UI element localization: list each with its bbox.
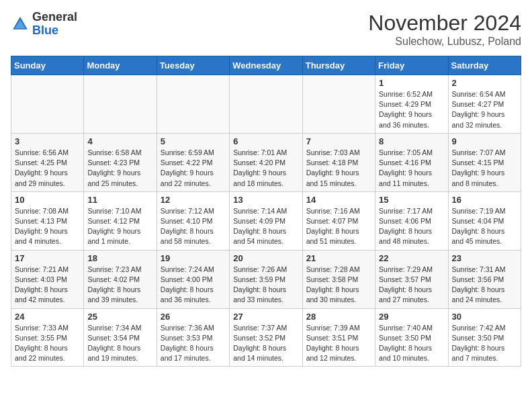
calendar-cell: 13Sunrise: 7:14 AM Sunset: 4:09 PM Dayli… — [230, 191, 302, 250]
day-info: Sunrise: 7:42 AM Sunset: 3:50 PM Dayligh… — [452, 323, 517, 364]
day-number: 2 — [452, 78, 517, 88]
calendar-cell: 11Sunrise: 7:10 AM Sunset: 4:12 PM Dayli… — [84, 191, 157, 250]
calendar-week-3: 10Sunrise: 7:08 AM Sunset: 4:13 PM Dayli… — [11, 191, 521, 250]
day-number: 28 — [306, 312, 371, 322]
day-header-wednesday: Wednesday — [230, 56, 302, 75]
day-info: Sunrise: 7:40 AM Sunset: 3:50 PM Dayligh… — [379, 323, 444, 364]
calendar-cell: 16Sunrise: 7:19 AM Sunset: 4:04 PM Dayli… — [448, 191, 521, 250]
calendar-cell: 21Sunrise: 7:28 AM Sunset: 3:58 PM Dayli… — [302, 250, 375, 308]
day-number: 26 — [161, 312, 226, 322]
day-info: Sunrise: 6:59 AM Sunset: 4:22 PM Dayligh… — [161, 148, 226, 189]
calendar-cell: 1Sunrise: 6:52 AM Sunset: 4:29 PM Daylig… — [375, 75, 448, 134]
day-number: 9 — [452, 136, 517, 146]
calendar-week-1: 1Sunrise: 6:52 AM Sunset: 4:29 PM Daylig… — [11, 75, 521, 134]
day-number: 19 — [161, 253, 226, 263]
calendar-week-2: 3Sunrise: 6:56 AM Sunset: 4:25 PM Daylig… — [11, 133, 521, 191]
calendar-cell: 19Sunrise: 7:24 AM Sunset: 4:00 PM Dayli… — [157, 250, 229, 308]
day-info: Sunrise: 7:29 AM Sunset: 3:57 PM Dayligh… — [379, 265, 444, 306]
day-number: 5 — [161, 136, 226, 146]
day-header-thursday: Thursday — [302, 56, 375, 75]
calendar-cell: 22Sunrise: 7:29 AM Sunset: 3:57 PM Dayli… — [375, 250, 448, 308]
day-number: 18 — [87, 253, 152, 263]
day-info: Sunrise: 7:08 AM Sunset: 4:13 PM Dayligh… — [15, 206, 80, 247]
day-info: Sunrise: 7:34 AM Sunset: 3:54 PM Dayligh… — [87, 323, 152, 364]
calendar-cell: 8Sunrise: 7:05 AM Sunset: 4:16 PM Daylig… — [375, 133, 448, 191]
day-info: Sunrise: 7:31 AM Sunset: 3:56 PM Dayligh… — [452, 265, 517, 306]
calendar-cell: 7Sunrise: 7:03 AM Sunset: 4:18 PM Daylig… — [302, 133, 375, 191]
day-header-monday: Monday — [84, 56, 157, 75]
page-header: General Blue November 2024 Sulechow, Lub… — [11, 11, 521, 48]
day-number: 6 — [233, 136, 298, 146]
day-info: Sunrise: 7:03 AM Sunset: 4:18 PM Dayligh… — [306, 148, 371, 189]
day-info: Sunrise: 7:26 AM Sunset: 3:59 PM Dayligh… — [233, 265, 298, 306]
calendar-header-row: SundayMondayTuesdayWednesdayThursdayFrid… — [11, 56, 521, 75]
calendar-cell: 17Sunrise: 7:21 AM Sunset: 4:03 PM Dayli… — [11, 250, 84, 308]
day-info: Sunrise: 7:16 AM Sunset: 4:07 PM Dayligh… — [306, 206, 371, 247]
logo-general: General — [32, 10, 77, 24]
calendar-cell: 14Sunrise: 7:16 AM Sunset: 4:07 PM Dayli… — [302, 191, 375, 250]
calendar-cell: 26Sunrise: 7:36 AM Sunset: 3:53 PM Dayli… — [157, 308, 229, 367]
day-info: Sunrise: 6:58 AM Sunset: 4:23 PM Dayligh… — [87, 148, 152, 189]
calendar-cell — [157, 75, 229, 134]
day-header-saturday: Saturday — [448, 56, 521, 75]
day-number: 25 — [87, 312, 152, 322]
day-number: 12 — [161, 195, 226, 205]
logo-text: General Blue — [32, 11, 77, 38]
calendar-cell: 20Sunrise: 7:26 AM Sunset: 3:59 PM Dayli… — [230, 250, 302, 308]
day-header-tuesday: Tuesday — [157, 56, 229, 75]
day-number: 14 — [306, 195, 371, 205]
day-info: Sunrise: 7:01 AM Sunset: 4:20 PM Dayligh… — [233, 148, 298, 189]
day-info: Sunrise: 7:36 AM Sunset: 3:53 PM Dayligh… — [161, 323, 226, 364]
logo-icon — [11, 15, 30, 34]
day-number: 16 — [452, 195, 517, 205]
calendar-week-5: 24Sunrise: 7:33 AM Sunset: 3:55 PM Dayli… — [11, 308, 521, 367]
day-info: Sunrise: 7:19 AM Sunset: 4:04 PM Dayligh… — [452, 206, 517, 247]
logo: General Blue — [11, 11, 77, 38]
calendar-cell: 12Sunrise: 7:12 AM Sunset: 4:10 PM Dayli… — [157, 191, 229, 250]
day-number: 30 — [452, 312, 517, 322]
day-info: Sunrise: 6:56 AM Sunset: 4:25 PM Dayligh… — [15, 148, 80, 189]
calendar-cell: 4Sunrise: 6:58 AM Sunset: 4:23 PM Daylig… — [84, 133, 157, 191]
day-info: Sunrise: 6:54 AM Sunset: 4:27 PM Dayligh… — [452, 89, 517, 130]
calendar-cell: 6Sunrise: 7:01 AM Sunset: 4:20 PM Daylig… — [230, 133, 302, 191]
day-number: 4 — [87, 136, 152, 146]
calendar-cell: 15Sunrise: 7:17 AM Sunset: 4:06 PM Dayli… — [375, 191, 448, 250]
location-subtitle: Sulechow, Lubusz, Poland — [368, 36, 521, 48]
day-number: 20 — [233, 253, 298, 263]
day-header-sunday: Sunday — [11, 56, 84, 75]
day-info: Sunrise: 7:39 AM Sunset: 3:51 PM Dayligh… — [306, 323, 371, 364]
day-number: 29 — [379, 312, 444, 322]
day-info: Sunrise: 7:24 AM Sunset: 4:00 PM Dayligh… — [161, 265, 226, 306]
calendar-cell: 28Sunrise: 7:39 AM Sunset: 3:51 PM Dayli… — [302, 308, 375, 367]
calendar-cell: 25Sunrise: 7:34 AM Sunset: 3:54 PM Dayli… — [84, 308, 157, 367]
calendar-cell: 10Sunrise: 7:08 AM Sunset: 4:13 PM Dayli… — [11, 191, 84, 250]
day-header-friday: Friday — [375, 56, 448, 75]
calendar-cell — [302, 75, 375, 134]
day-info: Sunrise: 7:21 AM Sunset: 4:03 PM Dayligh… — [15, 265, 80, 306]
day-number: 21 — [306, 253, 371, 263]
day-info: Sunrise: 7:14 AM Sunset: 4:09 PM Dayligh… — [233, 206, 298, 247]
calendar-cell: 2Sunrise: 6:54 AM Sunset: 4:27 PM Daylig… — [448, 75, 521, 134]
calendar-cell — [11, 75, 84, 134]
calendar-table: SundayMondayTuesdayWednesdayThursdayFrid… — [11, 56, 521, 367]
day-number: 22 — [379, 253, 444, 263]
calendar-cell: 27Sunrise: 7:37 AM Sunset: 3:52 PM Dayli… — [230, 308, 302, 367]
day-number: 1 — [379, 78, 444, 88]
calendar-cell: 3Sunrise: 6:56 AM Sunset: 4:25 PM Daylig… — [11, 133, 84, 191]
day-info: Sunrise: 7:07 AM Sunset: 4:15 PM Dayligh… — [452, 148, 517, 189]
day-number: 27 — [233, 312, 298, 322]
calendar-cell: 24Sunrise: 7:33 AM Sunset: 3:55 PM Dayli… — [11, 308, 84, 367]
day-number: 17 — [15, 253, 80, 263]
day-info: Sunrise: 7:33 AM Sunset: 3:55 PM Dayligh… — [15, 323, 80, 364]
title-block: November 2024 Sulechow, Lubusz, Poland — [368, 11, 521, 48]
calendar-cell: 29Sunrise: 7:40 AM Sunset: 3:50 PM Dayli… — [375, 308, 448, 367]
month-title: November 2024 — [368, 11, 521, 36]
day-number: 13 — [233, 195, 298, 205]
day-number: 7 — [306, 136, 371, 146]
day-number: 23 — [452, 253, 517, 263]
calendar-cell: 23Sunrise: 7:31 AM Sunset: 3:56 PM Dayli… — [448, 250, 521, 308]
day-info: Sunrise: 7:17 AM Sunset: 4:06 PM Dayligh… — [379, 206, 444, 247]
day-info: Sunrise: 7:23 AM Sunset: 4:02 PM Dayligh… — [87, 265, 152, 306]
day-number: 8 — [379, 136, 444, 146]
calendar-week-4: 17Sunrise: 7:21 AM Sunset: 4:03 PM Dayli… — [11, 250, 521, 308]
